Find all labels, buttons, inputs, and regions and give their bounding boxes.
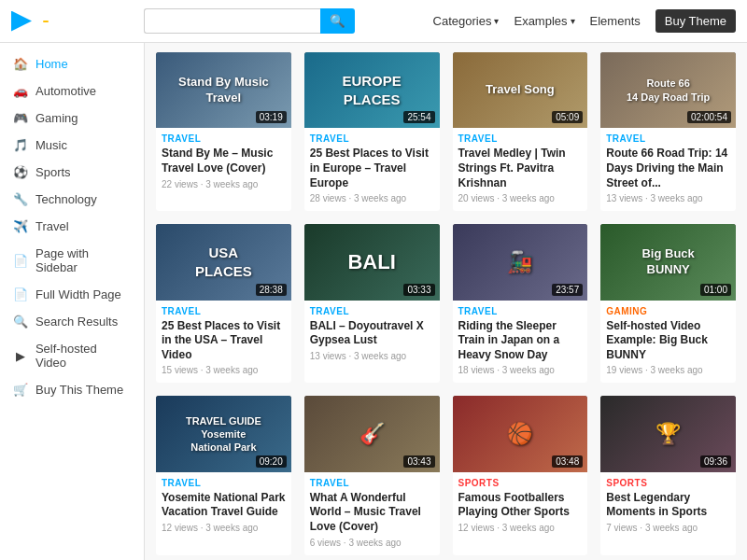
video-title[interactable]: Famous Footballers Playing Other Sports xyxy=(458,491,583,520)
sidebar-item-travel[interactable]: ✈️Travel xyxy=(0,213,144,240)
video-category: GAMING xyxy=(606,306,730,316)
video-title[interactable]: Best Legendary Moments in Sports xyxy=(606,491,730,520)
sidebar-item-label: Gaming xyxy=(35,111,78,125)
video-thumbnail[interactable]: 🎸 03:43 xyxy=(304,396,440,471)
sidebar-icon: ▶ xyxy=(13,349,28,363)
video-card[interactable]: Big BuckBUNNY 01:00 GAMING Self-hosted V… xyxy=(600,224,736,383)
video-title[interactable]: Travel Medley | Twin Strings Ft. Pavitra… xyxy=(458,147,583,190)
sidebar-item-gaming[interactable]: 🎮Gaming xyxy=(0,105,144,132)
video-category: TRAVEL xyxy=(606,133,730,144)
main-content: Stand By Music Travel 03:19 TRAVEL Stand… xyxy=(145,43,747,560)
logo-pro-badge xyxy=(43,21,49,22)
video-title[interactable]: What A Wonderful World – Music Travel Lo… xyxy=(310,491,434,535)
video-card[interactable]: Stand By Music Travel 03:19 TRAVEL Stand… xyxy=(156,52,291,211)
video-duration: 03:33 xyxy=(403,284,434,296)
video-duration: 01:00 xyxy=(700,284,731,296)
sidebar-item-buy-this-theme[interactable]: 🛒Buy This Theme xyxy=(0,376,144,403)
video-card[interactable]: 🚂 23:57 TRAVEL Riding the Sleeper Train … xyxy=(453,224,588,383)
video-meta: TRAVEL Stand By Me – Music Travel Love (… xyxy=(156,128,291,196)
video-meta: SPORTS Best Legendary Moments in Sports … xyxy=(600,472,736,540)
search-button[interactable]: 🔍 xyxy=(320,8,355,34)
video-category: TRAVEL xyxy=(458,133,583,144)
logo[interactable] xyxy=(11,11,133,32)
sidebar-icon: 📄 xyxy=(13,287,28,301)
thumb-text: 🚂 xyxy=(503,245,536,280)
nav-elements[interactable]: Elements xyxy=(590,14,641,28)
video-meta: TRAVEL 25 Best Places to Visit in Europe… xyxy=(304,128,440,211)
video-card[interactable]: TRAVEL GUIDEYosemiteNational Park 09:20 … xyxy=(156,396,291,554)
video-meta: TRAVEL What A Wonderful World – Music Tr… xyxy=(304,472,440,555)
video-info: 13 views · 3 weeks ago xyxy=(606,193,730,203)
sidebar-icon: 🔧 xyxy=(13,192,28,206)
header: 🔍 Categories ▾ Examples ▾ Elements Buy T… xyxy=(0,0,747,43)
video-title[interactable]: Route 66 Road Trip: 14 Days Driving the … xyxy=(606,147,730,190)
video-info: 7 views · 3 weeks ago xyxy=(606,523,730,533)
sidebar-item-technology[interactable]: 🔧Technology xyxy=(0,186,144,213)
video-thumbnail[interactable]: Route 6614 Day Road Trip 02:00:54 xyxy=(600,52,736,128)
video-info: 19 views · 3 weeks ago xyxy=(606,365,730,375)
video-title[interactable]: Riding the Sleeper Train in Japan on a H… xyxy=(458,319,583,363)
video-category: TRAVEL xyxy=(310,478,434,488)
sidebar-icon: 🔍 xyxy=(13,315,28,329)
sidebar-item-sports[interactable]: ⚽Sports xyxy=(0,159,144,186)
video-card[interactable]: EUROPEPLACES 25:54 TRAVEL 25 Best Places… xyxy=(304,52,440,211)
sidebar-icon: 🎵 xyxy=(13,138,28,152)
layout: 🏠Home🚗Automotive🎮Gaming🎵Music⚽Sports🔧Tec… xyxy=(0,43,747,560)
video-card[interactable]: 🎸 03:43 TRAVEL What A Wonderful World – … xyxy=(304,396,440,554)
video-info: 22 views · 3 weeks ago xyxy=(162,179,286,189)
sidebar-icon: 🚗 xyxy=(13,84,28,98)
thumb-text: USAPLACES xyxy=(191,240,256,284)
video-card[interactable]: USAPLACES 28:38 TRAVEL 25 Best Places to… xyxy=(156,224,291,383)
video-card[interactable]: 🏆 09:36 SPORTS Best Legendary Moments in… xyxy=(600,396,736,554)
sidebar-item-music[interactable]: 🎵Music xyxy=(0,132,144,159)
video-info: 6 views · 3 weeks ago xyxy=(310,538,434,548)
video-duration: 09:20 xyxy=(256,455,287,468)
video-thumbnail[interactable]: USAPLACES 28:38 xyxy=(156,224,291,300)
nav-examples[interactable]: Examples ▾ xyxy=(514,14,574,28)
video-title[interactable]: Stand By Me – Music Travel Love (Cover) xyxy=(162,147,286,175)
thumb-text: Route 6614 Day Road Trip xyxy=(623,73,713,107)
thumb-text: 🏆 xyxy=(652,417,684,452)
nav-buy-theme[interactable]: Buy Theme xyxy=(655,9,736,33)
sidebar-item-home[interactable]: 🏠Home xyxy=(0,50,144,77)
sidebar-item-search-results[interactable]: 🔍Search Results xyxy=(0,308,144,335)
video-thumbnail[interactable]: Stand By Music Travel 03:19 xyxy=(156,52,291,128)
video-card[interactable]: Travel Song 05:09 TRAVEL Travel Medley |… xyxy=(453,52,588,211)
video-thumbnail[interactable]: Big BuckBUNNY 01:00 xyxy=(600,224,736,300)
video-thumbnail[interactable]: Travel Song 05:09 xyxy=(453,52,588,128)
video-title[interactable]: 25 Best Places to Visit in the USA – Tra… xyxy=(162,319,286,363)
nav-categories[interactable]: Categories ▾ xyxy=(433,14,500,28)
sidebar-item-label: Search Results xyxy=(35,315,118,329)
video-category: TRAVEL xyxy=(310,306,434,316)
video-thumbnail[interactable]: TRAVEL GUIDEYosemiteNational Park 09:20 xyxy=(156,396,291,471)
categories-chevron: ▾ xyxy=(494,16,499,26)
video-title[interactable]: Yosemite National Park Vacation Travel G… xyxy=(162,491,286,520)
thumb-text: 🎸 xyxy=(356,417,388,452)
video-card[interactable]: Route 6614 Day Road Trip 02:00:54 TRAVEL… xyxy=(600,52,736,211)
sidebar-item-full-width-page[interactable]: 📄Full Width Page xyxy=(0,281,144,308)
sidebar-item-automotive[interactable]: 🚗Automotive xyxy=(0,77,144,105)
sidebar-item-page-with-sidebar[interactable]: 📄Page with Sidebar xyxy=(0,240,144,281)
video-title[interactable]: BALI – Doyoutravel X Gypsea Lust xyxy=(310,319,434,348)
search-input[interactable] xyxy=(144,8,320,34)
video-title[interactable]: 25 Best Places to Visit in Europe – Trav… xyxy=(310,147,434,190)
video-meta: SPORTS Famous Footballers Playing Other … xyxy=(453,472,588,540)
sidebar-item-self-hosted-video[interactable]: ▶Self-hosted Video xyxy=(0,335,144,376)
thumb-text: BALI xyxy=(344,245,399,280)
video-card[interactable]: BALI 03:33 TRAVEL BALI – Doyoutravel X G… xyxy=(304,224,440,383)
sidebar-icon: 🛒 xyxy=(13,383,28,397)
sidebar: 🏠Home🚗Automotive🎮Gaming🎵Music⚽Sports🔧Tec… xyxy=(0,43,145,560)
video-thumbnail[interactable]: 🚂 23:57 xyxy=(453,224,588,300)
video-title[interactable]: Self-hosted Video Example: Big Buck BUNN… xyxy=(606,319,730,363)
video-thumbnail[interactable]: 🏆 09:36 xyxy=(600,396,736,471)
thumb-text: Big BuckBUNNY xyxy=(638,243,698,282)
examples-chevron: ▾ xyxy=(571,16,575,26)
video-thumbnail[interactable]: EUROPEPLACES 25:54 xyxy=(304,52,440,128)
video-thumbnail[interactable]: BALI 03:33 xyxy=(304,224,440,300)
video-thumbnail[interactable]: 🏀 03:48 xyxy=(453,396,588,471)
video-grid: Stand By Music Travel 03:19 TRAVEL Stand… xyxy=(156,52,736,560)
video-category: TRAVEL xyxy=(310,133,434,144)
video-duration: 02:00:54 xyxy=(687,111,731,123)
thumb-text: EUROPEPLACES xyxy=(338,68,404,112)
video-card[interactable]: 🏀 03:48 SPORTS Famous Footballers Playin… xyxy=(453,396,588,554)
